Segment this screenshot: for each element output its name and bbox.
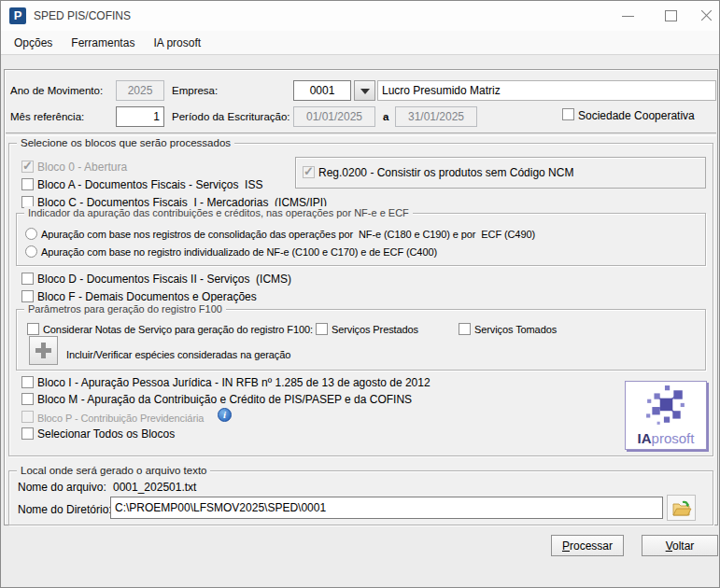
empresa-dropdown-button[interactable]: [354, 80, 375, 101]
empresa-combobox[interactable]: [293, 80, 351, 101]
bloco-f-checkbox[interactable]: [21, 290, 34, 302]
selecionar-todos-checkbox[interactable]: [21, 427, 34, 440]
app-window: P SPED PIS/COFINS Opções Ferramentas IA …: [0, 0, 720, 588]
iaprosoft-logo: IAprosoft: [625, 381, 707, 450]
considerar-notas-checkbox[interactable]: [27, 323, 39, 335]
folder-open-icon: [671, 498, 692, 517]
incluir-especies-button[interactable]: [29, 336, 58, 365]
reg-0200-checkbox: [303, 166, 315, 178]
nome-arquivo-value: 0001_202501.txt: [113, 481, 196, 494]
bloco-f-label: Bloco F - Demais Documentos e Operações: [37, 290, 257, 303]
maximize-button[interactable]: [653, 1, 688, 31]
bloco-i-label: Bloco I - Apuração Pessoa Jurídica - IN …: [37, 376, 431, 389]
servicos-tomados-checkbox[interactable]: [459, 323, 471, 335]
radio-apuracao-individualizado[interactable]: [25, 245, 37, 258]
nome-diretorio-input[interactable]: [110, 497, 663, 519]
menu-item-ferramentas[interactable]: Ferramentas: [62, 36, 144, 49]
logo-text-prosoft: prosoft: [652, 430, 695, 446]
bloco-0-checkbox: [21, 161, 34, 173]
radio-apuracao-consolidacao-label: Apuração com base nos registros de conso…: [41, 228, 535, 241]
browse-folder-button[interactable]: [667, 495, 696, 521]
logo-text-ia: IA: [638, 430, 652, 446]
menu-item-ia-prosoft[interactable]: IA prosoft: [144, 36, 210, 49]
radio-apuracao-consolidacao[interactable]: [25, 228, 37, 240]
sociedade-cooperativa-checkbox[interactable]: [562, 108, 574, 120]
f100-group-title: Parâmetros para geração do registro F100: [24, 302, 226, 315]
bloco-p-label: Bloco P - Contribuição Previdenciária: [37, 412, 204, 425]
menu-item-opcoes[interactable]: Opções: [5, 36, 62, 49]
bloco-m-label: Bloco M - Apuração da Contribuição e Cré…: [37, 393, 412, 406]
periodo-fim-field: [395, 106, 477, 127]
mes-referencia-label: Mês referência:: [10, 110, 84, 123]
bloco-i-checkbox[interactable]: [21, 376, 34, 388]
servicos-prestados-checkbox[interactable]: [316, 323, 328, 335]
f100-groupbox: Parâmetros para geração do registro F100: [16, 309, 706, 371]
bloco-d-checkbox[interactable]: [21, 273, 34, 285]
periodo-a-label: a: [383, 110, 388, 123]
nome-diretorio-label: Nome do Diretório:: [18, 503, 112, 516]
saida-group-title: Local onde será gerado o arquivo texto: [17, 464, 210, 477]
bloco-0-label: Bloco 0 - Abertura: [37, 161, 127, 174]
bloco-d-label: Bloco D - Documentos Fiscais II - Serviç…: [37, 273, 291, 286]
logo-text: IAprosoft: [626, 430, 706, 446]
titlebar: P SPED PIS/COFINS: [1, 1, 719, 32]
bloco-a-label: Bloco A - Documentos Fiscais - Serviços …: [37, 178, 262, 191]
minimize-button[interactable]: [610, 1, 645, 31]
periodo-escrituracao-label: Período da Escrituração:: [172, 110, 290, 123]
incluir-especies-label: Incluir/Verificar espécies consideradas …: [66, 348, 290, 361]
mes-referencia-input[interactable]: [116, 106, 164, 127]
menubar: Opções Ferramentas IA prosoft: [1, 31, 719, 55]
reg-0200-label: Reg.0200 - Consistir os produtos sem Cód…: [318, 166, 573, 179]
indicador-group-title: Indicador da apuração das contribuições …: [24, 206, 413, 219]
bloco-a-checkbox[interactable]: [21, 178, 34, 190]
empresa-name-field: [377, 80, 716, 101]
radio-apuracao-individualizado-label: Apuração com base no registro individual…: [41, 245, 437, 259]
servicos-prestados-label: Serviços Prestados: [332, 323, 418, 336]
ano-movimento-label: Ano de Movimento:: [10, 84, 103, 97]
close-button[interactable]: [688, 1, 720, 31]
periodo-inicio-field: [293, 106, 375, 127]
empresa-label: Empresa:: [172, 84, 218, 97]
servicos-tomados-label: Serviços Tomados: [474, 323, 557, 336]
ano-movimento-field: [116, 80, 164, 101]
app-icon: P: [9, 7, 26, 24]
voltar-button[interactable]: Voltar: [642, 535, 718, 556]
bloco-p-checkbox: [21, 411, 34, 423]
blocos-group-title: Selecione os blocos que serão processado…: [17, 136, 234, 149]
processar-button[interactable]: Processar: [551, 535, 624, 556]
sociedade-cooperativa-label: Sociedade Cooperativa: [578, 109, 695, 122]
logo-pixel-icon: [644, 385, 687, 427]
nome-arquivo-label: Nome do arquivo:: [18, 481, 106, 494]
bloco-m-checkbox[interactable]: [21, 393, 34, 405]
considerar-notas-label: Considerar Notas de Serviço para geração…: [43, 323, 313, 336]
selecionar-todos-label: Selecionar Todos os Blocos: [37, 427, 175, 441]
window-title: SPED PIS/COFINS: [34, 9, 131, 22]
info-icon[interactable]: [218, 408, 232, 422]
